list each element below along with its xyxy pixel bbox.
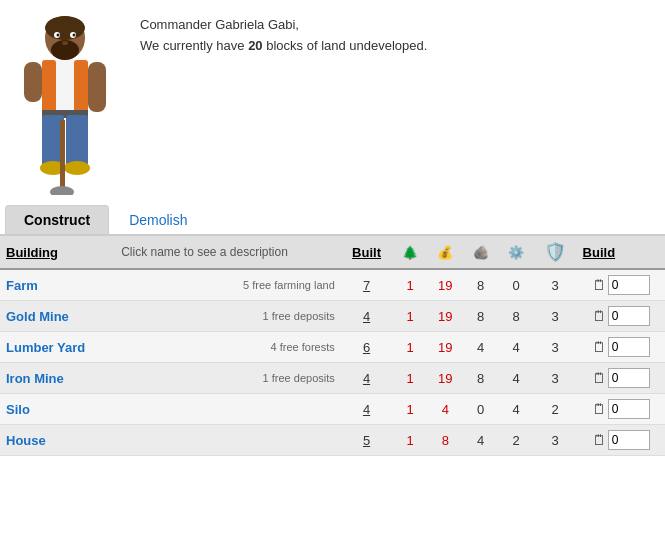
svg-rect-14 bbox=[66, 115, 88, 167]
svg-point-5 bbox=[57, 34, 60, 37]
resource-1: 1 bbox=[392, 394, 427, 425]
built-count: 4 bbox=[341, 363, 393, 394]
build-input[interactable] bbox=[608, 368, 650, 388]
table-row: Gold Mine 1 free deposits 4 1 19 8 8 3 🗒 bbox=[0, 301, 665, 332]
built-count: 4 bbox=[341, 301, 393, 332]
resource-4: 8 bbox=[498, 301, 533, 332]
col-r5-header: 🛡️ bbox=[534, 236, 577, 269]
build-input[interactable] bbox=[608, 306, 650, 326]
build-col: 🗒 bbox=[577, 301, 665, 332]
building-name[interactable]: House bbox=[0, 425, 115, 456]
col-r1-header: 🌲 bbox=[392, 236, 427, 269]
welcome-message: We currently have 20 blocks of land unde… bbox=[140, 36, 427, 57]
resource-3: 4 bbox=[463, 425, 498, 456]
resource-3: 8 bbox=[463, 301, 498, 332]
col-build-header: Build bbox=[577, 236, 665, 269]
free-desc: 4 free forests bbox=[115, 332, 341, 363]
resource-2: 19 bbox=[428, 269, 463, 301]
free-desc: 5 free farming land bbox=[115, 269, 341, 301]
svg-point-20 bbox=[50, 186, 74, 195]
col-building-header: Building bbox=[0, 236, 115, 269]
resource-3: 0 bbox=[463, 394, 498, 425]
resource-1: 1 bbox=[392, 332, 427, 363]
tabs-bar: Construct Demolish bbox=[0, 205, 665, 236]
commander-name: Commander Gabriela Gabi, bbox=[140, 15, 427, 36]
svg-rect-18 bbox=[88, 62, 106, 112]
free-desc bbox=[115, 425, 341, 456]
resource-1: 1 bbox=[392, 269, 427, 301]
table-row: Iron Mine 1 free deposits 4 1 19 8 4 3 🗒 bbox=[0, 363, 665, 394]
col-built-header: Built bbox=[341, 236, 393, 269]
build-col: 🗒 bbox=[577, 332, 665, 363]
blocks-count: 20 bbox=[248, 38, 262, 53]
col-r3-header: 🪨 bbox=[463, 236, 498, 269]
resource-5: 2 bbox=[534, 394, 577, 425]
calc-icon[interactable]: 🗒 bbox=[592, 277, 606, 293]
svg-point-1 bbox=[45, 16, 85, 40]
build-col: 🗒 bbox=[577, 363, 665, 394]
table-row: House 5 1 8 4 2 3 🗒 bbox=[0, 425, 665, 456]
calc-icon[interactable]: 🗒 bbox=[592, 308, 606, 324]
table-header-row: Building Click name to see a description… bbox=[0, 236, 665, 269]
calc-icon[interactable]: 🗒 bbox=[592, 370, 606, 386]
build-input[interactable] bbox=[608, 275, 650, 295]
building-name[interactable]: Farm bbox=[0, 269, 115, 301]
svg-point-16 bbox=[64, 161, 90, 175]
built-count: 4 bbox=[341, 394, 393, 425]
resource-1: 1 bbox=[392, 425, 427, 456]
build-col: 🗒 bbox=[577, 269, 665, 301]
character-figure bbox=[10, 10, 130, 195]
resource-1: 1 bbox=[392, 363, 427, 394]
tab-demolish[interactable]: Demolish bbox=[111, 206, 205, 234]
calc-icon[interactable]: 🗒 bbox=[592, 432, 606, 448]
resource-5: 3 bbox=[534, 269, 577, 301]
resource-5: 3 bbox=[534, 363, 577, 394]
build-input[interactable] bbox=[608, 399, 650, 419]
free-desc: 1 free deposits bbox=[115, 301, 341, 332]
building-name[interactable]: Gold Mine bbox=[0, 301, 115, 332]
free-desc: 1 free deposits bbox=[115, 363, 341, 394]
resource-2: 19 bbox=[428, 301, 463, 332]
resource-4: 2 bbox=[498, 425, 533, 456]
tab-construct[interactable]: Construct bbox=[5, 205, 109, 234]
table-row: Silo 4 1 4 0 4 2 🗒 bbox=[0, 394, 665, 425]
svg-point-6 bbox=[73, 34, 76, 37]
svg-point-7 bbox=[62, 41, 68, 45]
built-count: 6 bbox=[341, 332, 393, 363]
resource-2: 4 bbox=[428, 394, 463, 425]
resource-2: 19 bbox=[428, 363, 463, 394]
col-r2-header: 💰 bbox=[428, 236, 463, 269]
resource-3: 8 bbox=[463, 269, 498, 301]
building-table: Building Click name to see a description… bbox=[0, 236, 665, 456]
built-count: 7 bbox=[341, 269, 393, 301]
build-input[interactable] bbox=[608, 430, 650, 450]
resource-5: 3 bbox=[534, 425, 577, 456]
welcome-text: Commander Gabriela Gabi, We currently ha… bbox=[130, 10, 437, 62]
resource-1: 1 bbox=[392, 301, 427, 332]
resource-4: 0 bbox=[498, 269, 533, 301]
resource-3: 8 bbox=[463, 363, 498, 394]
resource-4: 4 bbox=[498, 363, 533, 394]
calc-icon[interactable]: 🗒 bbox=[592, 401, 606, 417]
svg-rect-17 bbox=[24, 62, 42, 102]
resource-2: 19 bbox=[428, 332, 463, 363]
resource-5: 3 bbox=[534, 301, 577, 332]
svg-rect-10 bbox=[42, 60, 56, 115]
table-row: Lumber Yard 4 free forests 6 1 19 4 4 3 … bbox=[0, 332, 665, 363]
col-r4-header: ⚙️ bbox=[498, 236, 533, 269]
build-col: 🗒 bbox=[577, 394, 665, 425]
table-row: Farm 5 free farming land 7 1 19 8 0 3 🗒 bbox=[0, 269, 665, 301]
svg-rect-11 bbox=[74, 60, 88, 115]
resource-3: 4 bbox=[463, 332, 498, 363]
svg-rect-19 bbox=[60, 120, 65, 190]
calc-icon[interactable]: 🗒 bbox=[592, 339, 606, 355]
built-count: 5 bbox=[341, 425, 393, 456]
top-section: Commander Gabriela Gabi, We currently ha… bbox=[0, 0, 665, 205]
build-input[interactable] bbox=[608, 337, 650, 357]
resource-4: 4 bbox=[498, 394, 533, 425]
resource-5: 3 bbox=[534, 332, 577, 363]
col-desc-header: Click name to see a description bbox=[115, 236, 341, 269]
building-name[interactable]: Lumber Yard bbox=[0, 332, 115, 363]
building-name[interactable]: Silo bbox=[0, 394, 115, 425]
building-name[interactable]: Iron Mine bbox=[0, 363, 115, 394]
